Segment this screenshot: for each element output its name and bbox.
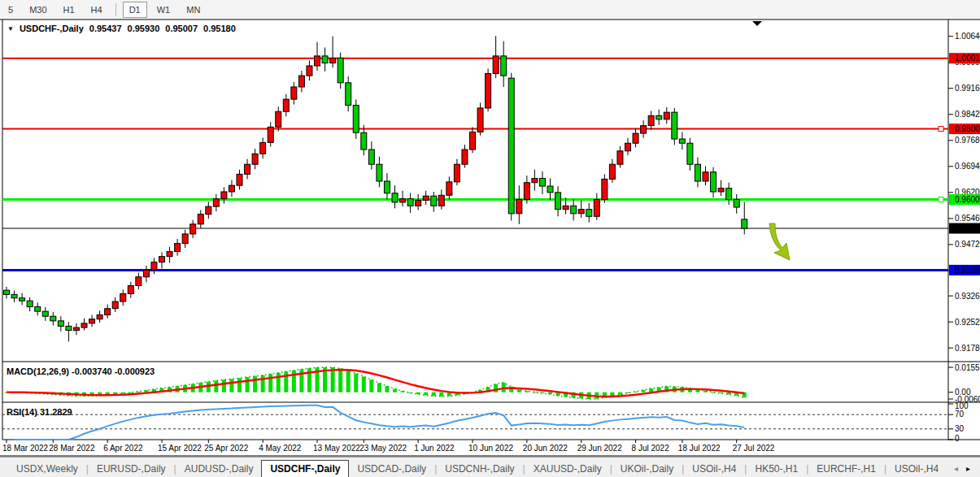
svg-text:0.97680: 0.97680 (955, 136, 980, 145)
price-axis: 1.006400.999000.991600.984200.976800.969… (948, 32, 980, 353)
svg-text:10 Jun 2022: 10 Jun 2022 (468, 444, 513, 453)
tab-usdcnh-daily[interactable]: USDCNH-,Daily (437, 461, 522, 477)
svg-text:23 May 2022: 23 May 2022 (359, 444, 407, 453)
tab-eurchf-h1[interactable]: EURCHF-,H1 (808, 461, 884, 477)
tab-hk50-h1[interactable]: HK50-,H1 (747, 461, 806, 477)
close-value: 0.95180 (203, 24, 236, 33)
svg-text:28 Mar 2022: 28 Mar 2022 (49, 444, 95, 453)
hline-handle[interactable] (939, 127, 943, 132)
svg-text:0.95180: 0.95180 (955, 224, 980, 233)
svg-text:29 Jun 2022: 29 Jun 2022 (577, 444, 622, 453)
svg-text:0.96000: 0.96000 (955, 195, 980, 204)
tab-usdcad-daily[interactable]: USDCAD-,Daily (349, 461, 434, 477)
mt4-chart-window: 5M30H1H4D1W1MN ▼ USDCHF-,Daily 0.95437 0… (0, 0, 980, 477)
svg-text:0.94720: 0.94720 (955, 240, 980, 249)
svg-text:25 Apr 2022: 25 Apr 2022 (204, 444, 248, 453)
timeframe-button-mn[interactable]: MN (180, 2, 207, 18)
svg-text:18 Mar 2022: 18 Mar 2022 (2, 444, 49, 453)
svg-text:8 Jul 2022: 8 Jul 2022 (632, 444, 670, 453)
low-value: 0.95007 (165, 24, 198, 33)
svg-text:1 Jun 2022: 1 Jun 2022 (414, 444, 455, 453)
timeframe-button-w1[interactable]: W1 (150, 2, 177, 18)
svg-text:0.93993: 0.93993 (955, 266, 980, 275)
high-value: 0.95930 (128, 24, 160, 33)
chart-tab-bar: USDX,Weekly|EURUSD-,Daily|AUDUSD-,DailyU… (0, 457, 980, 477)
hline-handle[interactable] (939, 197, 943, 202)
chart-shift-marker-icon[interactable] (752, 21, 762, 26)
svg-text:0.93260: 0.93260 (955, 292, 980, 301)
svg-text:0.015598: 0.015598 (955, 363, 980, 372)
chart-area[interactable]: ▼ USDCHF-,Daily 0.95437 0.95930 0.95007 … (0, 20, 980, 457)
svg-text:20 Jun 2022: 20 Jun 2022 (523, 444, 568, 453)
down-arrow-annotation[interactable] (769, 223, 790, 260)
svg-text:30: 30 (955, 424, 965, 433)
svg-text:1.00640: 1.00640 (955, 32, 980, 41)
candlestick-chart-svg[interactable]: 1.006400.999000.991600.984200.976800.969… (0, 20, 980, 457)
timeframe-button-d1[interactable]: D1 (123, 2, 147, 18)
tab-usoil-h4[interactable]: USOil-,H4 (886, 461, 947, 477)
tab-xauusd-daily[interactable]: XAUUSD-,Daily (525, 461, 610, 477)
svg-text:13 May 2022: 13 May 2022 (313, 444, 360, 453)
macd-label: MACD(12,26,9) -0.003740 -0.000923 (7, 366, 155, 376)
tab-ukoil-daily[interactable]: UKOil-,Daily (612, 461, 682, 477)
svg-text:0.95460: 0.95460 (955, 214, 980, 223)
open-value: 0.95437 (89, 24, 122, 33)
tab-usdx-weekly[interactable]: USDX,Weekly (8, 461, 86, 477)
svg-text:0.96940: 0.96940 (955, 162, 980, 171)
tab-usdchf-daily[interactable]: USDCHF-,Daily (261, 460, 349, 477)
svg-text:70: 70 (955, 410, 965, 418)
svg-text:27 Jul 2022: 27 Jul 2022 (733, 444, 775, 453)
horizontal-lines-layer[interactable] (2, 59, 948, 271)
rsi-label: RSI(14) 31.2829 (7, 407, 72, 417)
tab-audusd-daily[interactable]: AUDUSD-,Daily (176, 461, 262, 477)
svg-text:18 Jul 2022: 18 Jul 2022 (678, 444, 721, 453)
svg-text:4 May 2022: 4 May 2022 (259, 444, 302, 453)
timeframe-toolbar: 5M30H1H4D1W1MN (0, 0, 980, 20)
chevron-down-icon[interactable]: ▼ (7, 25, 14, 33)
svg-text:15 Apr 2022: 15 Apr 2022 (158, 444, 202, 453)
timeframe-button-m30[interactable]: M30 (23, 2, 53, 18)
svg-text:6 Apr 2022: 6 Apr 2022 (103, 444, 143, 453)
svg-text:0.92520: 0.92520 (955, 318, 980, 327)
svg-text:0.98008: 0.98008 (955, 124, 980, 133)
timeframe-button-h1[interactable]: H1 (57, 2, 81, 18)
svg-text:0: 0 (955, 434, 960, 443)
symbol-period-label: USDCHF-,Daily (20, 24, 84, 33)
tab-scroll-left-icon[interactable]: ◂ (954, 464, 958, 473)
timeframe-button-5[interactable]: 5 (2, 2, 20, 18)
candles-layer (4, 36, 747, 341)
tab-usoil-h4[interactable]: USOil-,H4 (684, 461, 744, 477)
rsi-panel: 10070300 (2, 401, 969, 443)
timeframe-button-h4[interactable]: H4 (85, 2, 109, 18)
svg-text:0.99160: 0.99160 (955, 84, 980, 93)
date-axis: 18 Mar 202228 Mar 20226 Apr 202215 Apr 2… (2, 440, 775, 453)
toolbar-divider (115, 3, 116, 16)
svg-text:0.98420: 0.98420 (955, 110, 980, 119)
svg-text:1.00015: 1.00015 (955, 54, 980, 63)
tab-eurusd-daily[interactable]: EURUSD-,Daily (89, 461, 174, 477)
svg-text:0.91780: 0.91780 (955, 344, 980, 353)
tab-scroll-right-icon[interactable]: ▸ (966, 464, 970, 473)
chart-title: ▼ USDCHF-,Daily 0.95437 0.95930 0.95007 … (7, 24, 236, 33)
